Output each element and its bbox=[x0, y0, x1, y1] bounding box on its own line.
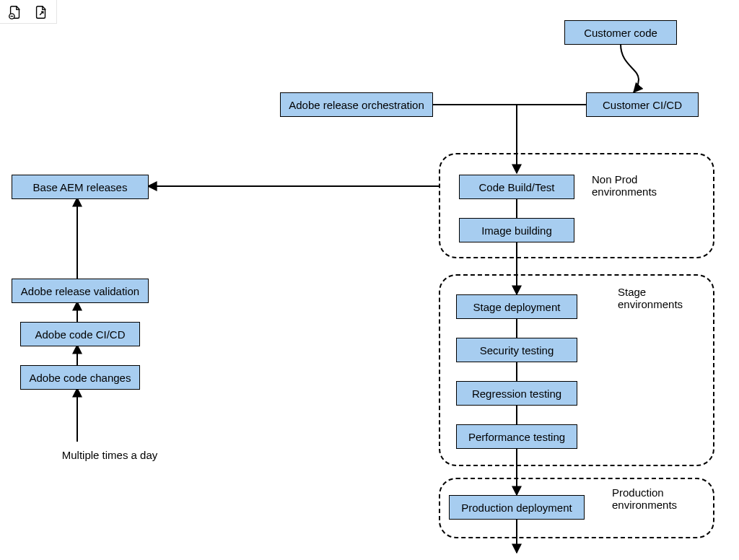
group-nonprod bbox=[439, 153, 714, 258]
node-adobe-code-changes: Adobe code changes bbox=[20, 365, 140, 390]
expand-page-icon[interactable] bbox=[33, 4, 49, 20]
node-customer-cicd: Customer CI/CD bbox=[586, 92, 699, 117]
node-adobe-release-orchestration: Adobe release orchestration bbox=[280, 92, 433, 117]
node-base-aem-releases: Base AEM releases bbox=[12, 175, 149, 199]
node-security-testing: Security testing bbox=[456, 338, 577, 362]
node-performance-testing: Performance testing bbox=[456, 424, 577, 449]
node-code-build-test: Code Build/Test bbox=[459, 175, 574, 199]
label-stage: Stage environments bbox=[618, 286, 712, 310]
node-customer-code: Customer code bbox=[564, 20, 677, 45]
label-multiple-times: Multiple times a day bbox=[38, 449, 182, 461]
toolbar bbox=[0, 0, 57, 24]
node-adobe-code-cicd: Adobe code CI/CD bbox=[20, 322, 140, 346]
label-prod: Production environments bbox=[612, 486, 713, 511]
node-production-deployment: Production deployment bbox=[449, 495, 585, 520]
label-nonprod: Non Prod environments bbox=[592, 173, 700, 198]
node-stage-deployment: Stage deployment bbox=[456, 294, 577, 319]
remove-page-icon[interactable] bbox=[7, 4, 23, 20]
node-regression-testing: Regression testing bbox=[456, 381, 577, 406]
node-image-building: Image building bbox=[459, 218, 574, 242]
node-adobe-release-validation: Adobe release validation bbox=[12, 279, 149, 303]
